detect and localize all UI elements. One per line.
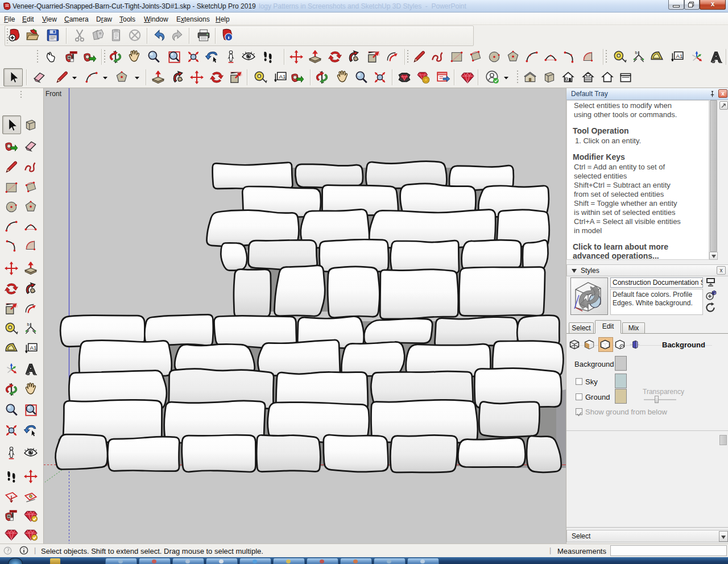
svg-text:A1: A1 bbox=[279, 73, 286, 80]
svg-text:A1: A1 bbox=[676, 53, 682, 59]
svg-text:A1: A1 bbox=[30, 345, 36, 351]
svg-text:b: b bbox=[635, 50, 638, 55]
svg-text:b: b bbox=[27, 322, 30, 327]
